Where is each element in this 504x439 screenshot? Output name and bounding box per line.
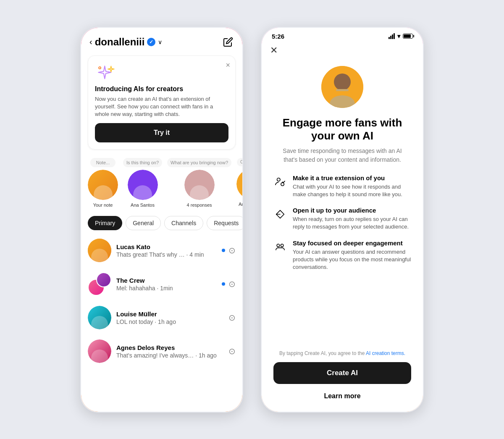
right-phone-content: 5:26 ▾ ✕ — [262, 28, 423, 412]
bar1 — [388, 37, 390, 39]
message-list: Lucas Kato Thats great! That's why … · 4… — [81, 234, 242, 411]
ai-banner: × Introducing AIs for creators Now you c… — [88, 55, 236, 150]
verified-badge: ✓ — [147, 38, 155, 46]
story-label-ana: Ana Santos — [131, 202, 155, 208]
promo-footer: By tapping Create AI, you agree to the A… — [262, 350, 423, 412]
left-header: ‹ donalleniii ✓ ∨ — [81, 28, 242, 52]
avatar-lucas — [88, 239, 111, 262]
message-preview-louise: LOL not today · 1h ago — [116, 318, 223, 325]
feature-text-extension: Make it a true extension of you Chat wit… — [293, 174, 411, 198]
phones-container: ‹ donalleniii ✓ ∨ × — [63, 10, 441, 430]
camera-icon-crew[interactable]: ⊙ — [228, 279, 236, 289]
story-label-thomas: Ana Thomas — [239, 202, 242, 207]
header-left: ‹ donalleniii ✓ ∨ — [89, 36, 162, 48]
story-avatar-group — [184, 170, 215, 200]
battery-icon — [403, 34, 413, 39]
terms-link[interactable]: AI creation terms. — [366, 350, 405, 356]
svg-point-4 — [334, 74, 351, 90]
message-body-louise: Louise Müller LOL not today · 1h ago — [116, 310, 223, 325]
message-name-crew: The Crew — [116, 277, 217, 284]
svg-point-11 — [277, 244, 280, 247]
message-tabs: Primary General Channels Requests — [81, 213, 242, 234]
promo-title: Engage more fans with your own AI — [273, 116, 411, 142]
ai-banner-close-button[interactable]: × — [226, 61, 230, 70]
status-icons: ▾ — [388, 33, 413, 39]
message-item-lucas[interactable]: Lucas Kato Thats great! That's why … · 4… — [81, 234, 242, 267]
feature-item-audience: Open it up to your audience When ready, … — [273, 207, 411, 231]
story-item-ana-santos[interactable]: Is this thing on? Ana Santos — [123, 158, 162, 208]
svg-marker-0 — [98, 66, 111, 79]
tab-general[interactable]: General — [126, 216, 161, 230]
story-item-note[interactable]: Note... Your note — [88, 158, 118, 208]
tab-primary[interactable]: Primary — [88, 216, 122, 230]
dropdown-arrow-icon[interactable]: ∨ — [158, 39, 162, 45]
story-label-note: Your note — [93, 202, 113, 208]
story-note-label: Note... — [90, 158, 116, 167]
username: donalleniii — [95, 36, 145, 48]
learn-more-button[interactable]: Learn more — [273, 389, 411, 403]
tab-requests[interactable]: Requests — [207, 216, 242, 230]
message-preview-lucas: Thats great! That's why … · 4 min — [116, 251, 217, 258]
camera-icon-lucas[interactable]: ⊙ — [228, 245, 236, 255]
camera-icon-louise[interactable]: ⊙ — [228, 313, 236, 323]
message-actions-crew: ⊙ — [222, 279, 236, 289]
message-item-agnes[interactable]: Agnes Delos Reyes That's amazing! I've a… — [81, 334, 242, 368]
message-item-crew[interactable]: The Crew Mel: hahahaha · 1min ⊙ — [81, 267, 242, 301]
right-header: ✕ — [262, 42, 423, 58]
avatar-agnes — [88, 339, 111, 363]
message-body-crew: The Crew Mel: hahahaha · 1min — [116, 277, 217, 292]
back-button[interactable]: ‹ — [89, 37, 92, 47]
story-bubble-ana: Is this thing on? — [123, 158, 162, 167]
feature-title-audience: Open it up to your audience — [293, 207, 411, 214]
promo-person-svg — [321, 66, 363, 108]
story-bubble-thomas: Currently losing brain cells trying to — [237, 158, 242, 166]
story-label-responses: 4 responses — [187, 202, 212, 208]
story-bubble-responses: What are you bringing now? — [167, 158, 231, 167]
story-avatar-thomas — [236, 169, 242, 199]
create-ai-button[interactable]: Create AI — [273, 362, 411, 384]
engagement-icon — [273, 240, 287, 254]
stories-row: Note... Your note Is this thing on? — [81, 153, 242, 213]
feature-title-engagement: Stay focused on deeper engagement — [293, 239, 411, 247]
story-avatar-ana — [128, 170, 158, 200]
bar4 — [394, 33, 395, 39]
story-item-responses[interactable]: What are you bringing now? 4 responses — [167, 158, 231, 208]
message-actions-lucas: ⊙ — [222, 245, 236, 255]
left-phone-content: ‹ donalleniii ✓ ∨ × — [81, 28, 242, 412]
sparkle-icon — [95, 63, 116, 84]
feature-desc-extension: Chat with your AI to see how it responds… — [293, 183, 411, 198]
ai-promo: Engage more fans with your own AI Save t… — [262, 58, 423, 350]
close-button[interactable]: ✕ — [270, 45, 278, 55]
message-name-lucas: Lucas Kato — [116, 243, 217, 250]
story-avatar-note — [88, 170, 118, 200]
battery-fill — [404, 34, 411, 38]
wifi-icon: ▾ — [397, 33, 400, 39]
compose-button[interactable] — [222, 36, 234, 48]
audience-icon — [273, 208, 287, 221]
message-preview-crew: Mel: hahahaha · 1min — [116, 285, 217, 292]
story-item-ana-thomas[interactable]: Currently losing brain cells trying to A… — [236, 158, 242, 208]
unread-dot-lucas — [222, 249, 225, 252]
try-it-button[interactable]: Try it — [95, 123, 228, 142]
status-bar: 5:26 ▾ — [262, 28, 423, 42]
tab-channels[interactable]: Channels — [164, 216, 203, 230]
svg-point-12 — [281, 244, 284, 247]
camera-icon-agnes[interactable]: ⊙ — [228, 346, 236, 356]
signal-bars-icon — [388, 33, 395, 39]
feature-title-extension: Make it a true extension of you — [293, 174, 411, 181]
avatar-crew — [88, 272, 111, 296]
status-time: 5:26 — [272, 33, 284, 40]
feature-item-engagement: Stay focused on deeper engagement Your A… — [273, 239, 411, 271]
message-actions-louise: ⊙ — [228, 313, 236, 323]
svg-point-2 — [99, 67, 101, 69]
avatar-louise — [88, 306, 111, 329]
right-phone: 5:26 ▾ ✕ — [260, 26, 424, 413]
promo-avatar — [321, 66, 363, 108]
promo-subtitle: Save time responding to messages with an… — [279, 147, 405, 164]
svg-marker-1 — [108, 66, 114, 72]
message-item-louise[interactable]: Louise Müller LOL not today · 1h ago ⊙ — [81, 301, 242, 334]
feature-text-engagement: Stay focused on deeper engagement Your A… — [293, 239, 411, 271]
terms-text: By tapping Create AI, you agree to the A… — [273, 350, 411, 356]
unread-dot-crew — [222, 282, 225, 286]
message-preview-agnes: That's amazing! I've always… · 1h ago — [116, 352, 223, 359]
